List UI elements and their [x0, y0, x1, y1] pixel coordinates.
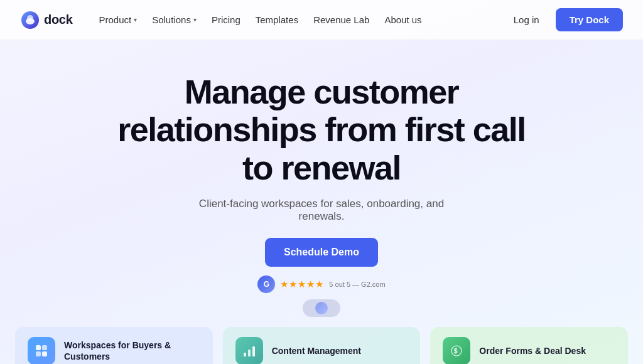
g2-rating: G ★★★★★ 5 out 5 — G2.com: [257, 276, 385, 293]
navbar: dock Product ▾ Solutions ▾ Pricing Templ…: [0, 0, 643, 40]
g2-score-text: 5 out 5 — G2.com: [329, 281, 385, 288]
content-management-icon: [235, 337, 263, 364]
dock-logo-icon: [20, 10, 40, 30]
svg-rect-6: [42, 351, 47, 356]
svg-rect-7: [244, 353, 246, 356]
card-workspaces-label: Workspaces for Buyers & Customers: [64, 340, 200, 362]
card-order-forms-label: Order Forms & Deal Desk: [479, 345, 586, 356]
svg-rect-9: [252, 346, 255, 356]
page-wrapper: dock Product ▾ Solutions ▾ Pricing Templ…: [0, 0, 643, 364]
login-button[interactable]: Log in: [507, 11, 546, 29]
feature-cards: Workspaces for Buyers & Customers Conten…: [0, 327, 643, 364]
g2-badge-icon: G: [257, 276, 275, 293]
order-forms-icon: $: [443, 337, 470, 364]
svg-rect-3: [36, 345, 41, 350]
chevron-down-icon: ▾: [193, 16, 197, 23]
try-dock-button[interactable]: Try Dock: [556, 8, 623, 31]
svg-text:$: $: [454, 348, 458, 355]
nav-item-about[interactable]: About us: [378, 11, 428, 29]
svg-rect-8: [248, 350, 251, 356]
nav-item-revenue-lab[interactable]: Revenue Lab: [307, 11, 376, 29]
nav-item-templates[interactable]: Templates: [249, 11, 305, 29]
nav-links: Product ▾ Solutions ▾ Pricing Templates …: [92, 11, 507, 29]
svg-rect-4: [42, 345, 47, 350]
nav-right: Log in Try Dock: [507, 8, 623, 31]
logo[interactable]: dock: [20, 10, 72, 30]
logo-text: dock: [44, 13, 72, 27]
schedule-demo-button[interactable]: Schedule Demo: [265, 238, 378, 267]
star-rating: ★★★★★: [280, 279, 324, 290]
nav-item-pricing[interactable]: Pricing: [205, 11, 247, 29]
widget-dot: [315, 302, 328, 314]
hero-section: Manage customer relationships from first…: [0, 40, 643, 317]
hero-subtitle: Client-facing workspaces for sales, onbo…: [190, 198, 453, 223]
card-workspaces[interactable]: Workspaces for Buyers & Customers: [15, 327, 213, 364]
hero-title: Manage customer relationships from first…: [102, 73, 541, 186]
card-order-forms[interactable]: $ Order Forms & Deal Desk: [430, 327, 628, 364]
card-content-management[interactable]: Content Management: [223, 327, 421, 364]
card-content-management-label: Content Management: [272, 345, 361, 356]
chevron-down-icon: ▾: [134, 16, 137, 23]
workspaces-icon: [28, 337, 55, 364]
nav-item-solutions[interactable]: Solutions ▾: [146, 11, 203, 29]
nav-item-product[interactable]: Product ▾: [92, 11, 143, 29]
svg-point-2: [27, 15, 33, 21]
svg-rect-5: [36, 351, 41, 356]
floating-widget: [303, 299, 340, 317]
